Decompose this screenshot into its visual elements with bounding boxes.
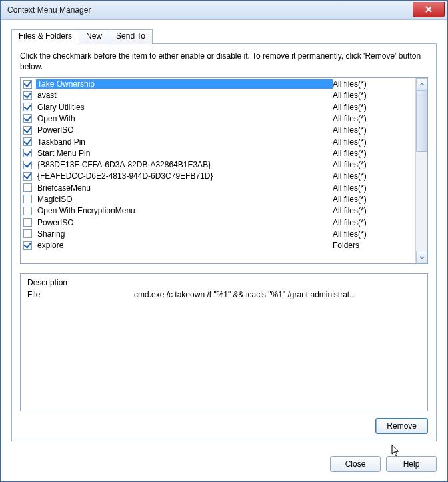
- list-item[interactable]: exploreFolders: [21, 240, 415, 251]
- scroll-track[interactable]: [416, 91, 427, 251]
- tab-panel: Click the checkmark before the item to e…: [11, 43, 437, 441]
- list-item[interactable]: SharingAll files(*): [21, 228, 415, 239]
- item-name: avast: [36, 91, 333, 100]
- close-icon: [425, 5, 433, 13]
- file-label: File: [27, 290, 134, 299]
- item-name: MagicISO: [36, 195, 333, 204]
- item-checkbox[interactable]: [23, 114, 32, 123]
- item-checkbox[interactable]: [23, 80, 32, 89]
- item-type: All files(*): [333, 137, 413, 147]
- context-menu-list[interactable]: Take OwnershipAll files(*)avastAll files…: [20, 77, 428, 264]
- tab-send-to[interactable]: Send To: [109, 29, 153, 44]
- list-item[interactable]: Take OwnershipAll files(*): [21, 78, 415, 89]
- panel-actions: Remove: [20, 418, 428, 434]
- list-item[interactable]: {FEAFEDCC-D6E2-4813-944D-6D3C79EFB71D}Al…: [21, 171, 415, 182]
- item-type: All files(*): [333, 149, 413, 158]
- window-close-button[interactable]: [413, 2, 445, 17]
- item-type: All files(*): [333, 79, 413, 89]
- item-type: All files(*): [333, 195, 413, 204]
- item-checkbox[interactable]: [23, 161, 32, 169]
- item-type: All files(*): [333, 229, 413, 239]
- list-viewport: Take OwnershipAll files(*)avastAll files…: [21, 78, 415, 263]
- item-type: All files(*): [333, 103, 413, 112]
- dialog-body: Files & Folders New Send To Click the ch…: [1, 20, 447, 449]
- help-button[interactable]: Help: [386, 456, 437, 472]
- dialog-footer: Close Help: [1, 449, 447, 481]
- chevron-up-icon: [419, 82, 425, 87]
- list-item[interactable]: MagicISOAll files(*): [21, 193, 415, 205]
- item-name: Glary Utilities: [36, 103, 333, 112]
- item-type: Folders: [333, 241, 413, 250]
- list-item[interactable]: BriefcaseMenuAll files(*): [21, 182, 415, 193]
- item-checkbox[interactable]: [23, 241, 32, 250]
- item-type: All files(*): [333, 125, 413, 135]
- titlebar: Context Menu Manager: [1, 1, 447, 20]
- item-name: explore: [36, 241, 333, 250]
- description-label: Description: [27, 278, 134, 287]
- item-type: All files(*): [333, 91, 413, 100]
- description-box: Description File cmd.exe /c takeown /f "…: [20, 273, 428, 411]
- scrollbar[interactable]: [415, 78, 427, 263]
- item-type: All files(*): [333, 183, 413, 193]
- item-checkbox[interactable]: [23, 149, 32, 157]
- list-item[interactable]: PowerISOAll files(*): [21, 217, 415, 228]
- tabstrip: Files & Folders New Send To: [11, 29, 437, 44]
- item-checkbox[interactable]: [23, 172, 32, 181]
- item-name: Taskband Pin: [36, 137, 333, 147]
- item-type: All files(*): [333, 171, 413, 181]
- item-name: Open With: [36, 114, 333, 123]
- list-item[interactable]: avastAll files(*): [21, 90, 415, 101]
- list-item[interactable]: Taskband PinAll files(*): [21, 136, 415, 147]
- remove-button[interactable]: Remove: [375, 418, 428, 434]
- item-checkbox[interactable]: [23, 91, 32, 100]
- scroll-up-button[interactable]: [416, 78, 427, 91]
- scroll-thumb[interactable]: [416, 91, 427, 152]
- tab-files-folders[interactable]: Files & Folders: [11, 29, 79, 45]
- list-item[interactable]: {B83DE13F-CFFA-6D3A-82DB-A32864B1E3AB}Al…: [21, 159, 415, 170]
- item-type: All files(*): [333, 114, 413, 123]
- item-name: Sharing: [36, 229, 333, 239]
- instruction-text: Click the checkmark before the item to e…: [20, 51, 428, 72]
- tab-new[interactable]: New: [79, 29, 109, 44]
- window: Context Menu Manager Files & Folders New…: [0, 0, 448, 482]
- item-checkbox[interactable]: [23, 183, 32, 192]
- close-button[interactable]: Close: [330, 456, 381, 472]
- window-title: Context Menu Manager: [7, 5, 413, 15]
- item-checkbox[interactable]: [23, 103, 32, 111]
- item-name: PowerISO: [36, 125, 333, 135]
- description-value: [134, 278, 421, 287]
- list-item[interactable]: Start Menu PinAll files(*): [21, 147, 415, 159]
- description-row: Description: [27, 278, 421, 287]
- item-name: {FEAFEDCC-D6E2-4813-944D-6D3C79EFB71D}: [36, 171, 333, 181]
- scroll-down-button[interactable]: [416, 251, 427, 263]
- list-item[interactable]: Open With EncryptionMenuAll files(*): [21, 205, 415, 217]
- item-checkbox[interactable]: [23, 218, 32, 227]
- item-type: All files(*): [333, 160, 413, 169]
- item-name: PowerISO: [36, 218, 333, 227]
- item-name: BriefcaseMenu: [36, 183, 333, 193]
- item-name: {B83DE13F-CFFA-6D3A-82DB-A32864B1E3AB}: [36, 160, 333, 169]
- item-checkbox[interactable]: [23, 195, 32, 203]
- description-row: File cmd.exe /c takeown /f "%1" && icacl…: [27, 290, 421, 299]
- item-name: Open With EncryptionMenu: [36, 206, 333, 215]
- item-checkbox[interactable]: [23, 126, 32, 135]
- item-checkbox[interactable]: [23, 229, 32, 238]
- list-item[interactable]: PowerISOAll files(*): [21, 125, 415, 136]
- file-value: cmd.exe /c takeown /f "%1" && icacls "%1…: [134, 290, 421, 299]
- chevron-down-icon: [419, 255, 425, 260]
- item-checkbox[interactable]: [23, 137, 32, 146]
- item-type: All files(*): [333, 218, 413, 227]
- item-name: Take Ownership: [36, 79, 333, 89]
- item-checkbox[interactable]: [23, 207, 32, 215]
- list-item[interactable]: Glary UtilitiesAll files(*): [21, 101, 415, 113]
- list-item[interactable]: Open WithAll files(*): [21, 113, 415, 124]
- item-type: All files(*): [333, 206, 413, 215]
- item-name: Start Menu Pin: [36, 149, 333, 158]
